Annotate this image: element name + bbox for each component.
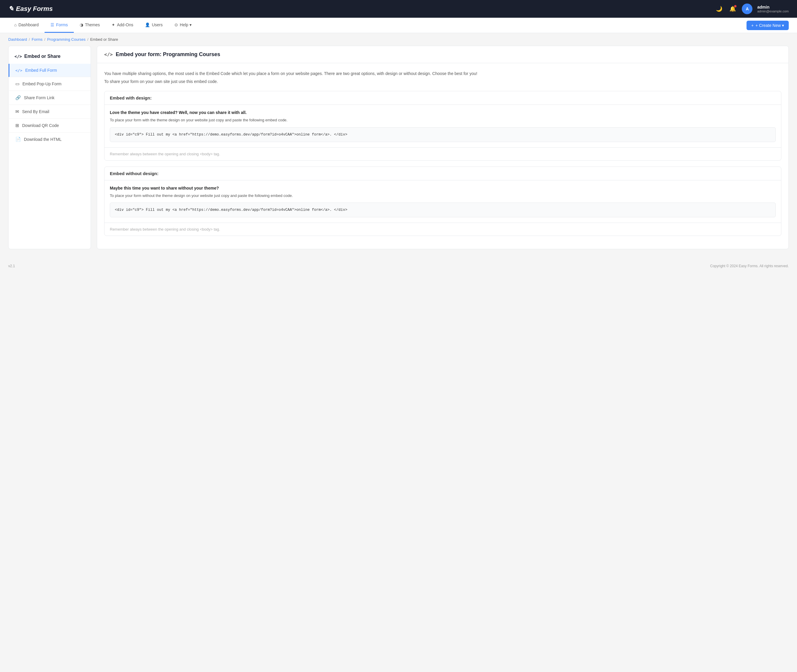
sidebar-download-html-label: Download the HTML xyxy=(24,137,62,142)
user-name: admin xyxy=(757,5,789,10)
nav-addons[interactable]: ✦ Add-Ons xyxy=(106,18,139,33)
breadcrumb-forms[interactable]: Forms xyxy=(32,37,43,42)
sidebar: </> Embed or Share </> Embed Full Form ▭… xyxy=(8,46,91,249)
embed-without-design-header: Embed without design: xyxy=(104,167,781,181)
sidebar-title-icon: </> xyxy=(14,54,22,59)
breadcrumb-dashboard[interactable]: Dashboard xyxy=(8,37,27,42)
sidebar-download-qr-label: Download QR Code xyxy=(22,123,59,128)
user-email: admin@example.com xyxy=(757,10,789,13)
avatar-letter: A xyxy=(746,6,749,11)
embed-with-design-bold-desc: Love the theme you have created? Well, n… xyxy=(110,110,776,115)
embed-with-design-hint: Remember always between the opening and … xyxy=(104,147,781,160)
sidebar-share-form-link-label: Share Form Link xyxy=(24,95,54,100)
nav-help[interactable]: ⊙ Help ▾ xyxy=(169,18,198,33)
panel-sub: To share your form on your own site just… xyxy=(104,79,781,84)
breadcrumb-sep-3: / xyxy=(87,37,89,42)
nav-users-label: Users xyxy=(152,22,163,27)
file-icon: 📄 xyxy=(15,137,21,142)
app-logo: ✎ Easy Forms xyxy=(8,5,53,13)
right-panel: </> Embed your form: Programming Courses… xyxy=(97,46,789,249)
breadcrumb-sep-2: / xyxy=(44,37,45,42)
notification-bell-button[interactable]: 🔔 xyxy=(728,5,737,13)
avatar: A xyxy=(742,3,752,14)
header-right: 🌙 🔔 A admin admin@example.com xyxy=(715,3,789,14)
create-new-label: + Create New ▾ xyxy=(755,23,784,28)
breadcrumb-sep-1: / xyxy=(29,37,30,42)
nav-help-label: Help ▾ xyxy=(180,22,192,27)
nav-dashboard-label: Dashboard xyxy=(18,22,39,27)
qr-icon: ⊞ xyxy=(15,123,19,128)
sidebar-title: </> Embed or Share xyxy=(8,51,91,64)
nav-themes-label: Themes xyxy=(85,22,100,27)
sidebar-title-text: Embed or Share xyxy=(24,54,61,59)
embed-without-design-code[interactable]: <div id="c9"> Fill out my <a href="https… xyxy=(110,203,776,217)
footer: v2.1 Copyright © 2024 Easy Forms. All ri… xyxy=(0,260,797,272)
embed-with-design-desc: To place your form with the theme design… xyxy=(110,117,776,123)
logo-edit-icon: ✎ xyxy=(8,5,14,13)
nav-forms-label: Forms xyxy=(56,22,68,27)
users-icon: 👤 xyxy=(145,22,150,27)
nav-dashboard[interactable]: ⌂ Dashboard xyxy=(8,18,45,33)
nav-forms[interactable]: ☰ Forms xyxy=(45,18,74,33)
home-icon: ⌂ xyxy=(14,22,16,27)
forms-icon: ☰ xyxy=(51,22,54,27)
sidebar-send-by-email-label: Send By Email xyxy=(22,109,49,114)
breadcrumb: Dashboard / Forms / Programming Courses … xyxy=(0,33,797,46)
nav-links: ⌂ Dashboard ☰ Forms ◑ Themes ✦ Add-Ons 👤… xyxy=(8,18,198,33)
notification-dot xyxy=(734,5,736,7)
main-content: </> Embed or Share </> Embed Full Form ▭… xyxy=(0,46,797,258)
user-info: admin admin@example.com xyxy=(757,5,789,13)
link-icon: 🔗 xyxy=(15,95,21,101)
code-icon: </> xyxy=(15,68,22,73)
nav-themes[interactable]: ◑ Themes xyxy=(74,18,106,33)
embed-without-design-bold-desc: Maybe this time you want to share withou… xyxy=(110,186,776,190)
sidebar-embed-popup-form-label: Embed Pop-Up Form xyxy=(22,82,61,86)
embed-without-design-section: Embed without design: Maybe this time yo… xyxy=(104,166,781,236)
addons-icon: ✦ xyxy=(112,22,115,27)
themes-icon: ◑ xyxy=(80,22,83,27)
embed-with-design-code[interactable]: <div id="c9"> Fill out my <a href="https… xyxy=(110,127,776,142)
create-new-button[interactable]: + + Create New ▾ xyxy=(746,21,789,30)
plus-icon: + xyxy=(751,23,754,28)
panel-header-title: Embed your form: Programming Courses xyxy=(116,51,220,58)
panel-header: </> Embed your form: Programming Courses xyxy=(97,46,789,63)
help-icon: ⊙ xyxy=(174,22,178,27)
sidebar-item-send-by-email[interactable]: ✉ Send By Email xyxy=(8,105,91,119)
main-nav: ⌂ Dashboard ☰ Forms ◑ Themes ✦ Add-Ons 👤… xyxy=(0,18,797,33)
moon-icon-button[interactable]: 🌙 xyxy=(715,5,724,13)
embed-with-design-header: Embed with design: xyxy=(104,91,781,105)
embed-without-design-hint: Remember always between the opening and … xyxy=(104,222,781,235)
sidebar-item-download-html[interactable]: 📄 Download the HTML xyxy=(8,133,91,146)
embed-with-design-body: Love the theme you have created? Well, n… xyxy=(104,105,781,147)
header: ✎ Easy Forms 🌙 🔔 A admin admin@example.c… xyxy=(0,0,797,18)
sidebar-item-embed-popup-form[interactable]: ▭ Embed Pop-Up Form xyxy=(8,77,91,91)
embed-without-design-desc: To place your form without the theme des… xyxy=(110,193,776,199)
panel-header-icon: </> xyxy=(104,52,113,57)
nav-addons-label: Add-Ons xyxy=(117,22,133,27)
logo-text: Easy Forms xyxy=(16,5,53,13)
sidebar-item-download-qr-code[interactable]: ⊞ Download QR Code xyxy=(8,119,91,133)
sidebar-embed-full-form-label: Embed Full Form xyxy=(25,68,57,73)
embed-with-design-section: Embed with design: Love the theme you ha… xyxy=(104,91,781,161)
email-icon: ✉ xyxy=(15,109,19,114)
panel-body: You have multiple sharing options, the m… xyxy=(97,63,789,249)
sidebar-item-embed-full-form[interactable]: </> Embed Full Form xyxy=(8,64,91,77)
breadcrumb-current: Embed or Share xyxy=(90,37,118,42)
breadcrumb-programming-courses[interactable]: Programming Courses xyxy=(47,37,86,42)
nav-users[interactable]: 👤 Users xyxy=(139,18,169,33)
panel-intro: You have multiple sharing options, the m… xyxy=(104,70,781,77)
sidebar-item-share-form-link[interactable]: 🔗 Share Form Link xyxy=(8,91,91,105)
popup-icon: ▭ xyxy=(15,81,19,86)
copyright-text: Copyright © 2024 Easy Forms. All rights … xyxy=(710,264,789,268)
version-text: v2.1 xyxy=(8,264,15,268)
embed-without-design-body: Maybe this time you want to share withou… xyxy=(104,181,781,223)
